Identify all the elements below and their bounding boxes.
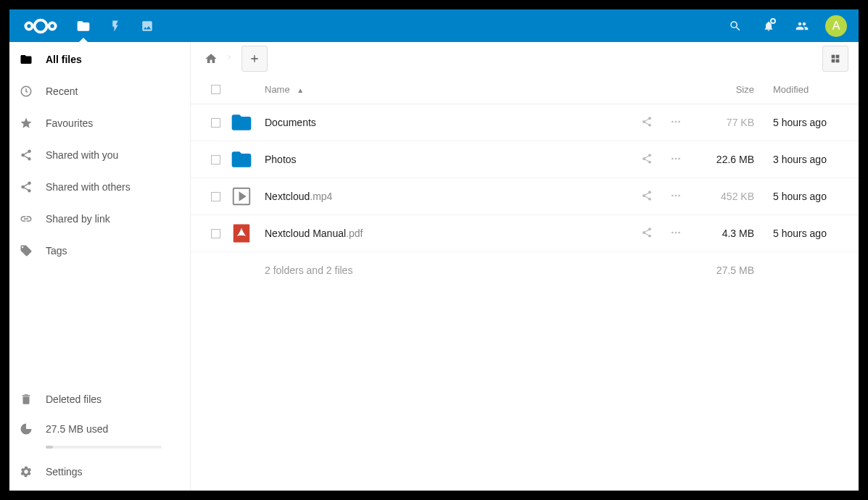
more-icon[interactable] bbox=[669, 227, 683, 241]
file-size: 22.6 MB bbox=[689, 154, 754, 165]
share-icon bbox=[20, 149, 40, 162]
share-icon[interactable] bbox=[640, 153, 654, 167]
sidebar: All files Recent Favourites Shared with … bbox=[9, 42, 191, 491]
sidebar-item-quota: 27.5 MB used bbox=[9, 415, 190, 443]
link-icon bbox=[20, 212, 40, 225]
more-icon[interactable] bbox=[669, 153, 683, 167]
svg-rect-6 bbox=[832, 59, 835, 63]
folder-icon bbox=[20, 53, 40, 66]
sidebar-item-shared-by-link[interactable]: Shared by link bbox=[9, 203, 190, 235]
sidebar-item-label: Tags bbox=[46, 245, 67, 257]
column-header-name[interactable]: Name ▲ bbox=[262, 84, 616, 95]
nextcloud-logo[interactable] bbox=[21, 17, 60, 36]
notifications-icon[interactable] bbox=[754, 12, 783, 41]
content-area: Name ▲ Size Modified Documents 77 KB 5 h… bbox=[191, 42, 859, 491]
file-type-icon bbox=[230, 148, 253, 171]
svg-point-17 bbox=[678, 194, 680, 196]
file-type-icon bbox=[230, 185, 253, 208]
svg-point-21 bbox=[678, 231, 680, 233]
home-breadcrumb[interactable] bbox=[201, 49, 221, 69]
table-row[interactable]: Nextcloud.mp4 452 KB 5 hours ago bbox=[191, 178, 859, 215]
gear-icon bbox=[20, 465, 40, 478]
select-all-checkbox[interactable] bbox=[211, 85, 220, 94]
share-icon[interactable] bbox=[640, 227, 654, 241]
table-row[interactable]: Nextcloud Manual.pdf 4.3 MB 5 hours ago bbox=[191, 215, 859, 252]
app-nav bbox=[67, 9, 163, 42]
sidebar-item-all-files[interactable]: All files bbox=[9, 43, 190, 75]
svg-point-10 bbox=[678, 120, 680, 122]
svg-point-15 bbox=[671, 194, 674, 196]
svg-point-0 bbox=[35, 20, 47, 32]
quota-label: 27.5 MB used bbox=[46, 423, 108, 435]
file-name[interactable]: Nextcloud Manual.pdf bbox=[265, 228, 363, 239]
activity-app-icon[interactable] bbox=[99, 9, 131, 42]
sidebar-item-settings[interactable]: Settings bbox=[9, 456, 190, 488]
file-name[interactable]: Photos bbox=[265, 154, 297, 165]
row-checkbox[interactable] bbox=[211, 155, 220, 164]
sidebar-item-shared-with-you[interactable]: Shared with you bbox=[9, 139, 190, 171]
sidebar-item-label: Shared with others bbox=[46, 181, 131, 193]
gallery-app-icon[interactable] bbox=[131, 9, 163, 42]
file-name[interactable]: Documents bbox=[265, 117, 316, 128]
file-size: 4.3 MB bbox=[689, 228, 754, 239]
sidebar-item-label: Favourites bbox=[46, 117, 93, 129]
view-toggle-button[interactable] bbox=[822, 46, 848, 72]
svg-point-9 bbox=[675, 120, 677, 122]
sidebar-item-recent[interactable]: Recent bbox=[9, 75, 190, 107]
sidebar-item-label: Recent bbox=[46, 86, 78, 97]
svg-point-11 bbox=[671, 157, 674, 159]
file-size: 452 KB bbox=[689, 191, 754, 202]
file-name[interactable]: Nextcloud.mp4 bbox=[265, 191, 332, 202]
file-modified: 5 hours ago bbox=[754, 228, 848, 239]
share-icon bbox=[20, 180, 40, 193]
sidebar-item-shared-with-others[interactable]: Shared with others bbox=[9, 171, 190, 203]
file-modified: 5 hours ago bbox=[754, 191, 848, 202]
file-type-icon bbox=[230, 222, 253, 245]
table-header: Name ▲ Size Modified bbox=[191, 75, 859, 104]
svg-point-20 bbox=[675, 231, 677, 233]
tag-icon bbox=[20, 244, 40, 257]
svg-point-12 bbox=[675, 157, 677, 159]
search-icon[interactable] bbox=[721, 12, 750, 41]
svg-point-19 bbox=[671, 231, 674, 233]
sidebar-item-favourites[interactable]: Favourites bbox=[9, 107, 190, 139]
quota-bar bbox=[46, 446, 162, 449]
breadcrumb-bar bbox=[191, 42, 859, 75]
svg-point-13 bbox=[678, 157, 680, 159]
sidebar-item-label: Deleted files bbox=[46, 393, 102, 405]
share-icon[interactable] bbox=[640, 190, 654, 204]
more-icon[interactable] bbox=[669, 190, 683, 204]
summary-text: 2 folders and 2 files bbox=[262, 264, 616, 276]
svg-rect-4 bbox=[832, 55, 835, 59]
table-summary: 2 folders and 2 files 27.5 MB bbox=[191, 252, 859, 288]
contacts-icon[interactable] bbox=[788, 12, 817, 41]
trash-icon bbox=[20, 393, 40, 406]
row-checkbox[interactable] bbox=[211, 229, 220, 238]
share-icon[interactable] bbox=[640, 116, 654, 130]
svg-rect-7 bbox=[836, 59, 840, 63]
row-checkbox[interactable] bbox=[211, 192, 220, 201]
table-row[interactable]: Documents 77 KB 5 hours ago bbox=[191, 104, 859, 141]
notification-dot bbox=[770, 18, 776, 24]
new-button[interactable] bbox=[241, 46, 268, 72]
svg-point-16 bbox=[675, 194, 677, 196]
more-icon[interactable] bbox=[669, 116, 683, 130]
sidebar-item-tags[interactable]: Tags bbox=[9, 235, 190, 267]
table-row[interactable]: Photos 22.6 MB 3 hours ago bbox=[191, 141, 859, 178]
sidebar-item-label: Shared with you bbox=[46, 149, 118, 161]
files-app-icon[interactable] bbox=[67, 9, 99, 42]
row-checkbox[interactable] bbox=[211, 118, 220, 128]
column-header-modified[interactable]: Modified bbox=[754, 84, 848, 95]
sidebar-item-deleted[interactable]: Deleted files bbox=[9, 383, 190, 415]
svg-point-2 bbox=[49, 22, 55, 29]
sort-ascending-icon: ▲ bbox=[297, 86, 304, 94]
star-icon bbox=[20, 117, 40, 130]
quota-icon bbox=[20, 422, 40, 436]
sidebar-item-label: All files bbox=[46, 54, 82, 65]
avatar[interactable]: A bbox=[825, 15, 847, 37]
file-modified: 5 hours ago bbox=[754, 117, 848, 128]
summary-size: 27.5 MB bbox=[689, 264, 754, 276]
app-header: A bbox=[9, 9, 859, 42]
svg-point-1 bbox=[25, 22, 32, 29]
column-header-size[interactable]: Size bbox=[689, 84, 754, 95]
